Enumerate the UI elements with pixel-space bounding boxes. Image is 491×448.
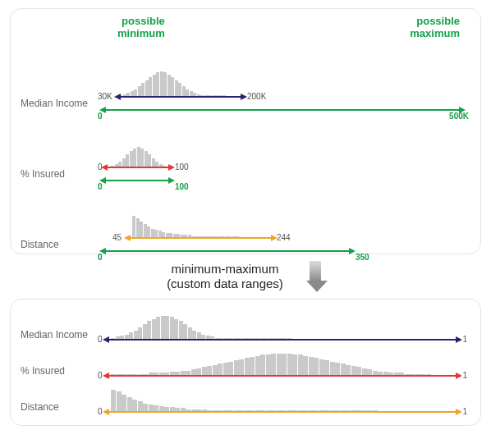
possible-min-label: 0 bbox=[98, 112, 103, 121]
data-max-label: 100 bbox=[175, 162, 189, 171]
possible-minimum-header: possible minimum bbox=[117, 16, 165, 40]
caption-line-2: (custom data ranges) bbox=[167, 277, 283, 291]
data-min-label: 30K bbox=[98, 92, 112, 101]
possible-min-label: 0 bbox=[98, 253, 103, 262]
histogram bbox=[119, 70, 226, 96]
possible-range-arrow bbox=[104, 250, 351, 252]
possible-max-label: 500K bbox=[449, 112, 469, 121]
possible-range-arrow bbox=[104, 109, 461, 111]
histogram bbox=[111, 388, 454, 411]
row-median-income: Median Income 30K 200K 0 500K bbox=[21, 63, 466, 124]
row-distance: Distance 45 244 0 350 bbox=[21, 204, 466, 265]
min-label: 0 bbox=[98, 335, 103, 344]
data-min-label: 0 bbox=[98, 162, 103, 171]
data-range-arrow bbox=[106, 167, 170, 168]
max-label: 1 bbox=[462, 371, 467, 380]
panel-after-normalization: Median Income 0 1 % Insured 0 1 Distance bbox=[10, 299, 481, 426]
min-label: 0 bbox=[98, 371, 103, 380]
row-label: Median Income bbox=[21, 98, 99, 124]
possible-max-label: 100 bbox=[175, 182, 189, 191]
data-range-arrow bbox=[119, 96, 242, 98]
row-median-income-normalized: Median Income 0 1 bbox=[21, 311, 466, 344]
data-min-label: 45 bbox=[112, 233, 122, 242]
transform-caption-row: minimum-maximum (custom data ranges) bbox=[10, 261, 481, 292]
normalized-range-arrow bbox=[108, 411, 457, 413]
row-pct-insured: % Insured 0 100 0 100 bbox=[21, 134, 466, 194]
transform-caption: minimum-maximum (custom data ranges) bbox=[167, 262, 283, 291]
row-distance-normalized: Distance 0 1 bbox=[21, 383, 466, 416]
data-range-arrow bbox=[129, 237, 273, 239]
max-label: 1 bbox=[462, 407, 467, 416]
possible-maximum-header: possible maximum bbox=[410, 16, 460, 40]
histogram bbox=[111, 314, 291, 339]
data-max-label: 244 bbox=[277, 233, 291, 242]
possible-range-arrow bbox=[104, 180, 170, 181]
histogram bbox=[111, 145, 166, 167]
normalized-range-arrow bbox=[108, 375, 457, 377]
row-label: Distance bbox=[21, 239, 99, 265]
diagram-root: possible minimum possible maximum Median… bbox=[0, 0, 491, 448]
data-max-label: 200K bbox=[247, 92, 266, 101]
panel-before-normalization: possible minimum possible maximum Median… bbox=[10, 8, 481, 254]
possible-min-label: 0 bbox=[98, 182, 103, 191]
range-headers: possible minimum possible maximum bbox=[117, 16, 460, 40]
row-pct-insured-normalized: % Insured 0 1 bbox=[21, 347, 466, 380]
histogram bbox=[111, 352, 454, 375]
row-label: Median Income bbox=[21, 329, 99, 344]
down-arrow-icon bbox=[306, 261, 324, 292]
row-label: % Insured bbox=[21, 168, 99, 194]
row-label: Distance bbox=[21, 401, 99, 416]
possible-max-label: 350 bbox=[356, 253, 369, 262]
row-label: % Insured bbox=[21, 365, 99, 380]
normalized-range-arrow bbox=[108, 339, 457, 341]
min-label: 0 bbox=[98, 407, 103, 416]
max-label: 1 bbox=[462, 335, 467, 344]
histogram bbox=[132, 214, 239, 237]
